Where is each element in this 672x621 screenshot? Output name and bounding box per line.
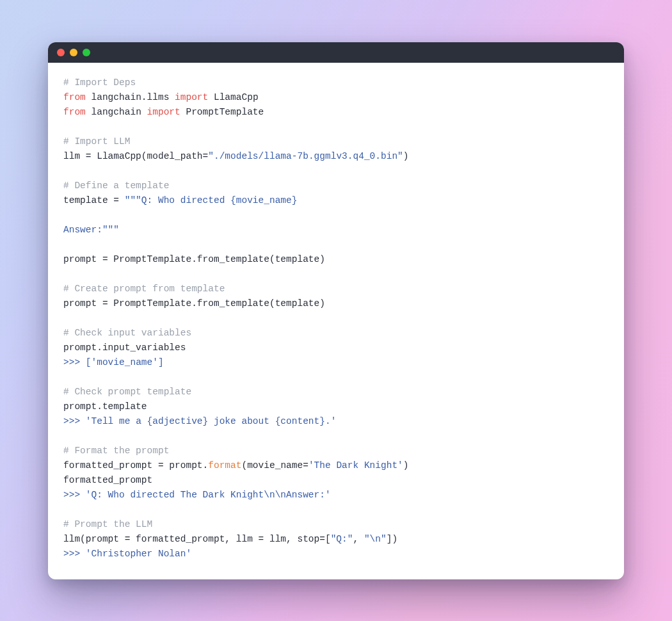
code-line: # Check prompt template bbox=[63, 385, 609, 399]
code-token: # Prompt the LLM bbox=[63, 519, 152, 529]
code-line: prompt = PromptTemplate.from_template(te… bbox=[63, 252, 609, 267]
code-line: llm = LlamaCpp(model_path="./models/llam… bbox=[63, 149, 609, 164]
code-line: llm(prompt = formatted_prompt, llm = llm… bbox=[63, 532, 609, 547]
code-token: (movie_name= bbox=[241, 460, 308, 471]
code-token: LlamaCpp bbox=[208, 92, 258, 102]
code-token: prompt = PromptTemplate.from_template(te… bbox=[63, 254, 325, 264]
code-token: # Check input variables bbox=[63, 328, 191, 338]
code-line: prompt = PromptTemplate.from_template(te… bbox=[63, 296, 609, 311]
code-line: # Check input variables bbox=[63, 326, 609, 341]
code-line: # Import LLM bbox=[63, 134, 609, 149]
code-token: 'Q: Who directed The Dark Knight\n\nAnsw… bbox=[86, 490, 331, 500]
code-token: ) bbox=[403, 460, 409, 471]
code-token: from bbox=[63, 92, 86, 102]
code-token: """Q: Who directed {movie_name} bbox=[125, 195, 298, 206]
code-token: , bbox=[353, 534, 364, 544]
code-token: prompt.template bbox=[63, 401, 147, 412]
code-line: from langchain.llms import LlamaCpp bbox=[63, 90, 609, 105]
code-token: "Q:" bbox=[331, 534, 353, 544]
code-line bbox=[63, 429, 609, 444]
code-line: from langchain import PromptTemplate bbox=[63, 105, 609, 120]
code-line bbox=[63, 164, 609, 179]
code-token: # Import Deps bbox=[63, 77, 136, 88]
code-line: >>> 'Christopher Nolan' bbox=[63, 547, 609, 561]
code-line bbox=[63, 267, 609, 282]
code-line: template = """Q: Who directed {movie_nam… bbox=[63, 193, 609, 208]
code-line bbox=[63, 238, 609, 252]
code-line: Answer:""" bbox=[63, 223, 609, 238]
code-token: Answer:""" bbox=[63, 225, 119, 235]
code-block: # Import Depsfrom langchain.llms import … bbox=[48, 63, 624, 579]
code-token: "\n" bbox=[364, 534, 387, 544]
code-token: 'The Dark Knight' bbox=[308, 460, 403, 471]
code-token: formatted_prompt bbox=[63, 475, 152, 485]
code-token: # Create prompt from template bbox=[63, 284, 225, 294]
maximize-icon[interactable] bbox=[83, 49, 90, 56]
code-token: template = bbox=[63, 195, 125, 206]
code-line: prompt.template bbox=[63, 399, 609, 414]
code-token: >>> bbox=[63, 490, 86, 500]
code-token: >>> bbox=[63, 357, 86, 367]
code-token: formatted_prompt = prompt. bbox=[63, 460, 208, 471]
code-token: ]) bbox=[387, 534, 397, 544]
code-token: import bbox=[175, 92, 208, 102]
code-line bbox=[63, 208, 609, 223]
code-token: 'Tell me a {adjective} joke about {conte… bbox=[86, 416, 337, 426]
code-token: "./models/llama-7b.ggmlv3.q4_0.bin" bbox=[208, 151, 403, 161]
code-line: # Define a template bbox=[63, 179, 609, 193]
code-token: ) bbox=[403, 151, 409, 161]
code-token: langchain.llms bbox=[86, 92, 175, 102]
code-token: format bbox=[208, 460, 241, 471]
code-line: >>> ['movie_name'] bbox=[63, 355, 609, 370]
code-token: 'Christopher Nolan' bbox=[86, 549, 191, 559]
code-token: >>> bbox=[63, 416, 86, 426]
code-line bbox=[63, 370, 609, 385]
code-token: llm(prompt = formatted_prompt, llm = llm… bbox=[63, 534, 331, 544]
code-line: >>> 'Tell me a {adjective} joke about {c… bbox=[63, 414, 609, 429]
code-token: from bbox=[63, 107, 86, 117]
code-token: # Check prompt template bbox=[63, 387, 191, 397]
code-token: prompt = PromptTemplate.from_template(te… bbox=[63, 298, 325, 309]
code-line: formatted_prompt bbox=[63, 473, 609, 488]
code-window: # Import Depsfrom langchain.llms import … bbox=[48, 42, 624, 579]
minimize-icon[interactable] bbox=[70, 49, 77, 56]
code-token: PromptTemplate bbox=[180, 107, 264, 117]
code-line: prompt.input_variables bbox=[63, 341, 609, 355]
close-icon[interactable] bbox=[57, 49, 65, 56]
code-token: # Define a template bbox=[63, 181, 169, 191]
code-token: # Import LLM bbox=[63, 136, 130, 147]
code-token: >>> bbox=[63, 549, 86, 559]
code-token: langchain bbox=[86, 107, 147, 117]
code-line bbox=[63, 311, 609, 326]
code-token: # Format the prompt bbox=[63, 446, 169, 456]
code-line bbox=[63, 120, 609, 134]
code-line: # Format the prompt bbox=[63, 444, 609, 458]
code-line: formatted_prompt = prompt.format(movie_n… bbox=[63, 458, 609, 473]
code-line: # Create prompt from template bbox=[63, 282, 609, 296]
code-token: prompt.input_variables bbox=[63, 343, 186, 353]
titlebar bbox=[48, 42, 624, 63]
code-line: # Prompt the LLM bbox=[63, 517, 609, 532]
code-line bbox=[63, 503, 609, 517]
code-token: import bbox=[147, 107, 180, 117]
code-token: ['movie_name'] bbox=[86, 357, 164, 367]
code-line: # Import Deps bbox=[63, 76, 609, 90]
code-token: llm = LlamaCpp(model_path= bbox=[63, 151, 208, 161]
code-line: >>> 'Q: Who directed The Dark Knight\n\n… bbox=[63, 488, 609, 503]
